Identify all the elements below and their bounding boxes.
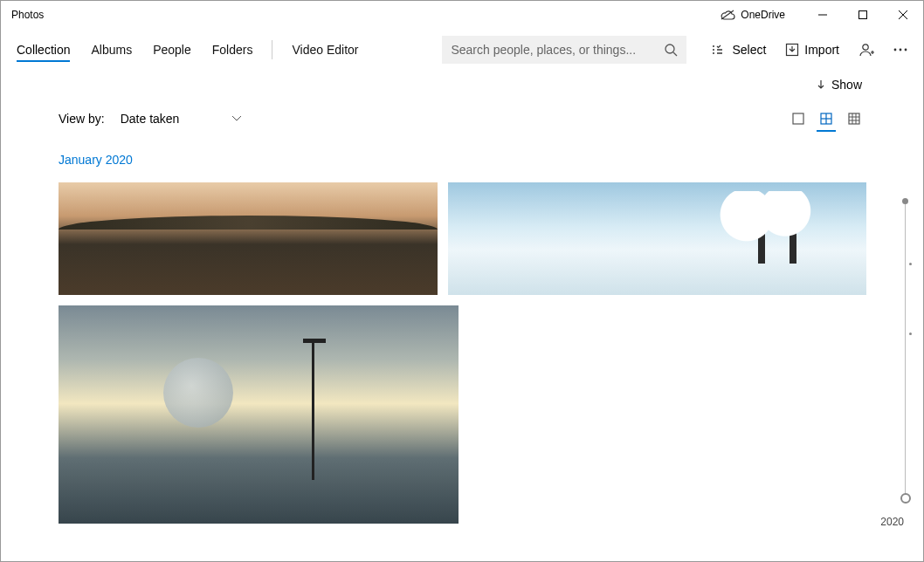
view-mode-single[interactable] bbox=[790, 111, 806, 127]
more-button[interactable] bbox=[893, 48, 907, 51]
timeline-tick bbox=[909, 332, 912, 335]
navbar: Collection Albums People Folders Video E… bbox=[1, 29, 923, 71]
person-add-icon bbox=[858, 42, 874, 58]
select-label: Select bbox=[732, 43, 766, 57]
view-mode-medium[interactable] bbox=[818, 111, 834, 127]
svg-point-9 bbox=[894, 49, 897, 51]
import-label: Import bbox=[804, 43, 839, 57]
arrow-down-icon bbox=[816, 79, 826, 90]
select-icon bbox=[713, 44, 727, 56]
minimize-button[interactable] bbox=[803, 1, 843, 29]
select-button[interactable]: Select bbox=[713, 43, 766, 57]
close-button[interactable] bbox=[883, 1, 923, 29]
thumbnail-grid bbox=[59, 182, 879, 524]
timeline-track bbox=[905, 202, 906, 500]
import-icon bbox=[785, 43, 799, 57]
date-group-header[interactable]: January 2020 bbox=[59, 153, 923, 167]
timeline-handle[interactable] bbox=[900, 493, 911, 504]
photo-thumbnail[interactable] bbox=[59, 182, 438, 295]
svg-point-11 bbox=[905, 49, 907, 51]
svg-rect-2 bbox=[859, 11, 867, 19]
svg-line-6 bbox=[673, 52, 677, 56]
chevron-down-icon bbox=[231, 115, 242, 122]
onedrive-label: OneDrive bbox=[741, 9, 785, 21]
viewby-dropdown[interactable]: Date taken bbox=[121, 112, 243, 126]
import-button[interactable]: Import bbox=[785, 43, 839, 57]
nav-divider bbox=[272, 40, 272, 59]
more-icon bbox=[893, 48, 907, 51]
onedrive-button[interactable]: OneDrive bbox=[720, 9, 785, 21]
app-title: Photos bbox=[11, 9, 44, 21]
nav-tabs: Collection Albums People Folders bbox=[17, 32, 252, 67]
view-mode-small[interactable] bbox=[846, 111, 862, 127]
tab-collection[interactable]: Collection bbox=[17, 32, 70, 67]
account-button[interactable] bbox=[858, 42, 874, 58]
subbar: Show bbox=[1, 71, 923, 92]
tab-folders[interactable]: Folders bbox=[212, 32, 253, 67]
timeline-scrubber[interactable]: 2020 bbox=[899, 202, 900, 526]
viewby-label: View by: bbox=[59, 112, 105, 126]
show-button[interactable]: Show bbox=[816, 78, 862, 92]
photo-thumbnail[interactable] bbox=[448, 182, 866, 295]
content: January 2020 bbox=[1, 127, 923, 524]
timeline-year-label: 2020 bbox=[880, 516, 904, 528]
tab-albums[interactable]: Albums bbox=[91, 32, 132, 67]
svg-rect-12 bbox=[793, 113, 803, 124]
viewby-value: Date taken bbox=[121, 112, 180, 126]
svg-point-8 bbox=[863, 45, 868, 50]
tab-people[interactable]: People bbox=[153, 32, 191, 67]
timeline-tick bbox=[909, 263, 912, 265]
controls-row: View by: Date taken bbox=[1, 92, 923, 127]
search-input[interactable]: Search people, places, or things... bbox=[442, 36, 686, 64]
photo-thumbnail[interactable] bbox=[59, 305, 459, 524]
tab-video-editor[interactable]: Video Editor bbox=[292, 32, 358, 67]
search-icon bbox=[664, 43, 678, 57]
show-label: Show bbox=[831, 78, 862, 92]
search-placeholder: Search people, places, or things... bbox=[451, 43, 664, 57]
timeline-top-dot bbox=[902, 198, 908, 204]
view-mode-group bbox=[790, 111, 862, 127]
cloud-off-icon bbox=[720, 10, 735, 20]
svg-line-0 bbox=[721, 10, 734, 19]
titlebar: Photos OneDrive bbox=[1, 1, 923, 29]
svg-point-5 bbox=[665, 45, 674, 53]
viewby: View by: Date taken bbox=[59, 112, 242, 126]
svg-point-10 bbox=[900, 49, 902, 51]
svg-rect-16 bbox=[849, 113, 859, 124]
maximize-button[interactable] bbox=[843, 1, 883, 29]
